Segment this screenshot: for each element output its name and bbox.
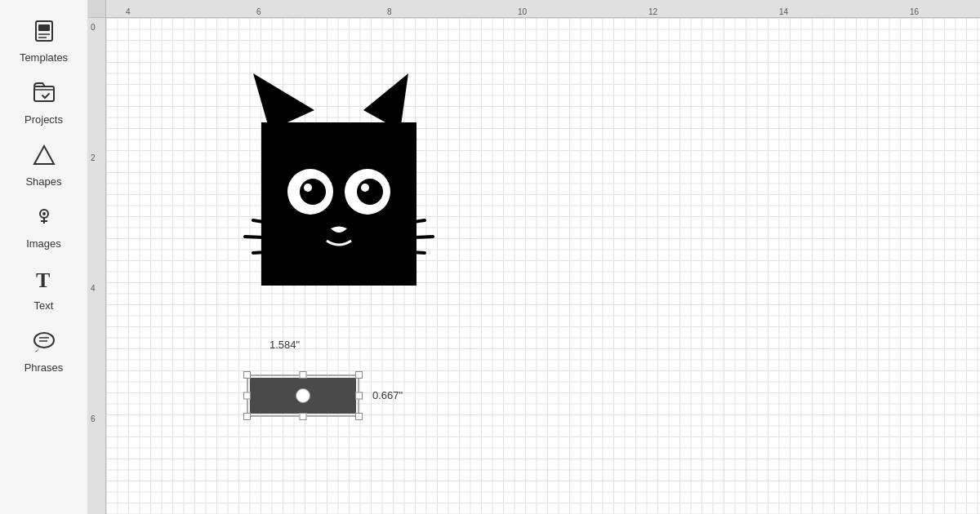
selected-object[interactable] [247,374,359,417]
svg-point-20 [361,184,369,192]
images-label: Images [26,237,61,250]
sidebar-item-images[interactable]: Images [0,194,87,256]
phrases-icon [31,328,57,358]
handle-lm[interactable] [243,392,251,400]
text-label: Text [34,299,54,312]
sidebar-item-text[interactable]: T Text [0,256,87,318]
ruler-tick-6: 6 [256,7,261,16]
ruler-left: 0 2 4 6 [88,18,106,514]
ruler-tick-2-left: 2 [91,153,96,162]
svg-marker-13 [253,73,314,131]
svg-text:T: T [36,268,50,292]
handle-tl[interactable] [243,371,251,379]
sidebar-item-projects[interactable]: Projects [0,70,87,132]
main-canvas-area: 4 6 8 10 12 14 16 0 2 4 6 [88,0,980,514]
ruler-top: 4 6 8 10 12 14 16 [88,0,980,18]
svg-point-9 [34,333,54,348]
svg-marker-5 [34,146,54,164]
text-icon: T [31,266,57,296]
handle-tr[interactable] [355,371,363,379]
handle-bl[interactable] [243,413,251,420]
handle-bm[interactable] [300,413,307,420]
svg-rect-1 [38,24,50,31]
small-obj-width-label: 0.667" [372,389,403,401]
ruler-tick-16: 16 [910,7,919,16]
images-icon [31,204,57,234]
svg-marker-14 [363,73,408,131]
shapes-label: Shapes [25,175,61,188]
sidebar-item-shapes[interactable]: Shapes [0,132,87,194]
handle-tm[interactable] [300,371,307,379]
svg-point-17 [300,179,326,205]
svg-point-18 [304,184,312,192]
handle-br[interactable] [355,413,363,420]
ruler-corner [88,0,106,18]
shapes-icon [31,142,57,172]
sidebar-item-templates[interactable]: Templates [0,8,87,70]
projects-icon [31,80,57,110]
svg-rect-12 [261,122,416,286]
ruler-tick-8: 8 [387,7,392,16]
sidebar-item-phrases[interactable]: Phrases [0,318,87,380]
canvas-wrapper: 0 2 4 6 [88,18,980,514]
ruler-tick-10: 10 [518,7,527,16]
svg-rect-4 [34,86,54,101]
svg-point-19 [357,179,383,205]
svg-point-7 [42,212,46,215]
handle-rm[interactable] [355,392,363,400]
sidebar: Templates Projects Shapes [0,0,88,514]
ruler-tick-14: 14 [779,7,788,16]
phrases-label: Phrases [24,361,64,374]
ruler-tick-4-left: 4 [91,284,96,293]
cat-width-label: 1.584" [270,339,300,351]
ruler-tick-4: 4 [126,7,131,16]
ruler-tick-6-left: 6 [91,414,96,423]
ruler-tick-0: 0 [91,23,96,32]
templates-icon [31,18,57,48]
ruler-tick-12: 12 [648,7,657,16]
projects-label: Projects [24,113,63,126]
templates-label: Templates [20,51,68,64]
cat-image[interactable] [229,41,449,335]
